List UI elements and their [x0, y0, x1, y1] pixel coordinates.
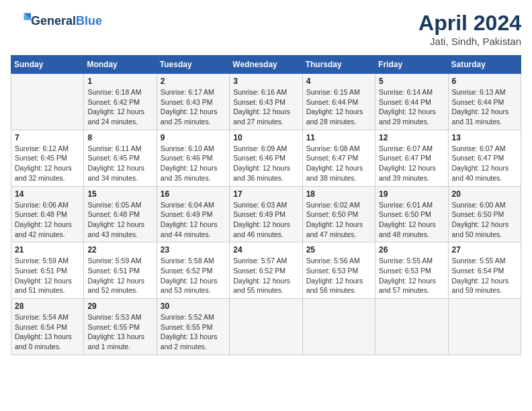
- day-number: 14: [15, 189, 80, 199]
- calendar-cell: 18Sunrise: 6:02 AM Sunset: 6:50 PM Dayli…: [302, 186, 375, 242]
- day-info: Sunrise: 6:10 AM Sunset: 6:46 PM Dayligh…: [161, 144, 226, 183]
- calendar-cell: 21Sunrise: 5:59 AM Sunset: 6:51 PM Dayli…: [11, 242, 84, 299]
- calendar-cell: 17Sunrise: 6:03 AM Sunset: 6:49 PM Dayli…: [230, 186, 302, 242]
- day-info: Sunrise: 5:59 AM Sunset: 6:51 PM Dayligh…: [15, 256, 80, 295]
- day-info: Sunrise: 6:00 AM Sunset: 6:50 PM Dayligh…: [452, 200, 517, 240]
- logo: GeneralBlue: [11, 11, 102, 32]
- day-number: 13: [452, 133, 517, 142]
- calendar-week-row: 14Sunrise: 6:06 AM Sunset: 6:48 PM Dayli…: [11, 186, 521, 242]
- day-info: Sunrise: 6:02 AM Sunset: 6:50 PM Dayligh…: [306, 200, 371, 240]
- day-info: Sunrise: 6:09 AM Sunset: 6:46 PM Dayligh…: [233, 144, 298, 183]
- day-info: Sunrise: 6:03 AM Sunset: 6:49 PM Dayligh…: [233, 200, 298, 240]
- calendar-cell: 24Sunrise: 5:57 AM Sunset: 6:52 PM Dayli…: [230, 242, 302, 299]
- day-number: 5: [379, 77, 444, 86]
- calendar-cell: [230, 299, 302, 355]
- calendar-cell: [302, 299, 375, 355]
- day-number: 22: [87, 245, 152, 255]
- weekday-header: Wednesday: [230, 56, 302, 74]
- weekday-header: Tuesday: [157, 56, 229, 74]
- day-number: 17: [233, 189, 298, 199]
- day-info: Sunrise: 5:53 AM Sunset: 6:55 PM Dayligh…: [87, 312, 152, 352]
- day-info: Sunrise: 6:06 AM Sunset: 6:48 PM Dayligh…: [15, 200, 80, 240]
- day-number: 4: [306, 77, 371, 86]
- calendar-cell: 28Sunrise: 5:54 AM Sunset: 6:54 PM Dayli…: [11, 299, 84, 355]
- day-number: 27: [452, 245, 517, 255]
- day-info: Sunrise: 5:52 AM Sunset: 6:55 PM Dayligh…: [161, 312, 226, 352]
- calendar-cell: 16Sunrise: 6:04 AM Sunset: 6:49 PM Dayli…: [157, 186, 229, 242]
- calendar-cell: [11, 74, 84, 130]
- calendar-cell: 27Sunrise: 5:55 AM Sunset: 6:54 PM Dayli…: [448, 242, 521, 299]
- calendar-cell: 11Sunrise: 6:08 AM Sunset: 6:47 PM Dayli…: [302, 130, 375, 186]
- calendar-cell: 12Sunrise: 6:07 AM Sunset: 6:47 PM Dayli…: [375, 130, 448, 186]
- calendar-cell: 3Sunrise: 6:16 AM Sunset: 6:43 PM Daylig…: [230, 74, 302, 130]
- day-info: Sunrise: 6:12 AM Sunset: 6:45 PM Dayligh…: [15, 144, 80, 183]
- day-number: 24: [233, 245, 298, 255]
- calendar-week-row: 28Sunrise: 5:54 AM Sunset: 6:54 PM Dayli…: [11, 299, 521, 355]
- day-info: Sunrise: 6:14 AM Sunset: 6:44 PM Dayligh…: [379, 87, 444, 127]
- calendar-cell: 13Sunrise: 6:07 AM Sunset: 6:47 PM Dayli…: [448, 130, 521, 186]
- weekday-header: Friday: [375, 56, 448, 74]
- calendar-cell: 10Sunrise: 6:09 AM Sunset: 6:46 PM Dayli…: [230, 130, 302, 186]
- day-number: 9: [161, 133, 226, 142]
- weekday-header: Thursday: [302, 56, 375, 74]
- weekday-header-row: SundayMondayTuesdayWednesdayThursdayFrid…: [11, 56, 521, 74]
- day-info: Sunrise: 5:56 AM Sunset: 6:53 PM Dayligh…: [306, 256, 371, 295]
- calendar-cell: 22Sunrise: 5:59 AM Sunset: 6:51 PM Dayli…: [84, 242, 157, 299]
- weekday-header: Saturday: [448, 56, 521, 74]
- day-info: Sunrise: 5:55 AM Sunset: 6:54 PM Dayligh…: [452, 256, 517, 295]
- calendar-cell: 2Sunrise: 6:17 AM Sunset: 6:43 PM Daylig…: [157, 74, 229, 130]
- day-info: Sunrise: 6:18 AM Sunset: 6:42 PM Dayligh…: [87, 87, 152, 127]
- day-number: 20: [452, 189, 517, 199]
- day-number: 6: [452, 77, 517, 86]
- calendar-cell: 8Sunrise: 6:11 AM Sunset: 6:45 PM Daylig…: [84, 130, 157, 186]
- day-number: 15: [87, 189, 152, 199]
- calendar-cell: 5Sunrise: 6:14 AM Sunset: 6:44 PM Daylig…: [375, 74, 448, 130]
- calendar-cell: 25Sunrise: 5:56 AM Sunset: 6:53 PM Dayli…: [302, 242, 375, 299]
- day-number: 29: [87, 302, 152, 311]
- day-number: 21: [15, 245, 80, 255]
- logo-icon: [12, 11, 31, 30]
- calendar-cell: 9Sunrise: 6:10 AM Sunset: 6:46 PM Daylig…: [157, 130, 229, 186]
- calendar-table: SundayMondayTuesdayWednesdayThursdayFrid…: [11, 55, 521, 355]
- location-title: Jati, Sindh, Pakistan: [418, 36, 521, 47]
- calendar-cell: [375, 299, 448, 355]
- day-info: Sunrise: 6:04 AM Sunset: 6:49 PM Dayligh…: [161, 200, 226, 240]
- weekday-header: Sunday: [11, 56, 84, 74]
- day-number: 23: [161, 245, 226, 255]
- day-number: 3: [233, 77, 298, 86]
- day-number: 12: [379, 133, 444, 142]
- calendar-cell: 20Sunrise: 6:00 AM Sunset: 6:50 PM Dayli…: [448, 186, 521, 242]
- day-info: Sunrise: 6:07 AM Sunset: 6:47 PM Dayligh…: [452, 144, 517, 183]
- calendar-cell: 4Sunrise: 6:15 AM Sunset: 6:44 PM Daylig…: [302, 74, 375, 130]
- day-info: Sunrise: 6:07 AM Sunset: 6:47 PM Dayligh…: [379, 144, 444, 183]
- day-number: 18: [306, 189, 371, 199]
- day-number: 25: [306, 245, 371, 255]
- day-info: Sunrise: 5:59 AM Sunset: 6:51 PM Dayligh…: [87, 256, 152, 295]
- title-block: April 2024 Jati, Sindh, Pakistan: [418, 11, 521, 47]
- calendar-cell: 26Sunrise: 5:55 AM Sunset: 6:53 PM Dayli…: [375, 242, 448, 299]
- weekday-header: Monday: [84, 56, 157, 74]
- day-info: Sunrise: 5:54 AM Sunset: 6:54 PM Dayligh…: [15, 312, 80, 352]
- day-number: 28: [15, 302, 80, 311]
- day-info: Sunrise: 5:58 AM Sunset: 6:52 PM Dayligh…: [161, 256, 226, 295]
- calendar-cell: 30Sunrise: 5:52 AM Sunset: 6:55 PM Dayli…: [157, 299, 229, 355]
- day-info: Sunrise: 5:55 AM Sunset: 6:53 PM Dayligh…: [379, 256, 444, 295]
- logo-text: GeneralBlue: [31, 14, 102, 29]
- day-info: Sunrise: 6:15 AM Sunset: 6:44 PM Dayligh…: [306, 87, 371, 127]
- calendar-cell: [448, 299, 521, 355]
- day-number: 30: [161, 302, 226, 311]
- day-info: Sunrise: 6:11 AM Sunset: 6:45 PM Dayligh…: [87, 144, 152, 183]
- day-info: Sunrise: 6:01 AM Sunset: 6:50 PM Dayligh…: [379, 200, 444, 240]
- day-info: Sunrise: 5:57 AM Sunset: 6:52 PM Dayligh…: [233, 256, 298, 295]
- calendar-cell: 15Sunrise: 6:05 AM Sunset: 6:48 PM Dayli…: [84, 186, 157, 242]
- day-info: Sunrise: 6:13 AM Sunset: 6:44 PM Dayligh…: [452, 87, 517, 127]
- calendar-week-row: 21Sunrise: 5:59 AM Sunset: 6:51 PM Dayli…: [11, 242, 521, 299]
- month-title: April 2024: [418, 11, 521, 36]
- calendar-week-row: 7Sunrise: 6:12 AM Sunset: 6:45 PM Daylig…: [11, 130, 521, 186]
- day-number: 2: [161, 77, 226, 86]
- calendar-week-row: 1Sunrise: 6:18 AM Sunset: 6:42 PM Daylig…: [11, 74, 521, 130]
- calendar-cell: 1Sunrise: 6:18 AM Sunset: 6:42 PM Daylig…: [84, 74, 157, 130]
- calendar-cell: 6Sunrise: 6:13 AM Sunset: 6:44 PM Daylig…: [448, 74, 521, 130]
- day-number: 7: [15, 133, 80, 142]
- day-info: Sunrise: 6:08 AM Sunset: 6:47 PM Dayligh…: [306, 144, 371, 183]
